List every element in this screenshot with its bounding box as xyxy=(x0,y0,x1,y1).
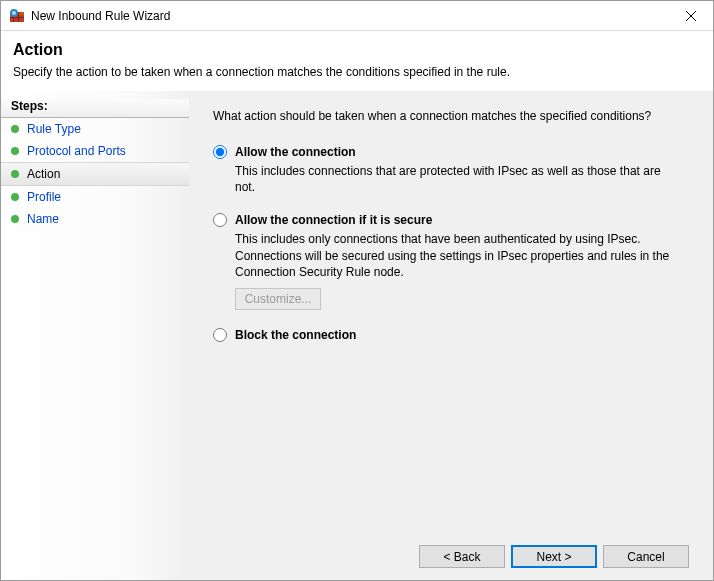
next-button[interactable]: Next > xyxy=(511,545,597,568)
wizard-header: Action Specify the action to be taken wh… xyxy=(1,31,713,91)
content-prompt: What action should be taken when a conne… xyxy=(213,109,689,123)
bullet-icon xyxy=(11,193,19,201)
wizard-footer: < Back Next > Cancel xyxy=(213,533,689,568)
step-label: Name xyxy=(27,212,59,226)
steps-header: Steps: xyxy=(1,99,189,118)
radio-allow-secure[interactable] xyxy=(213,213,227,227)
bullet-icon xyxy=(11,125,19,133)
step-label: Rule Type xyxy=(27,122,81,136)
option-allow-secure-row[interactable]: Allow the connection if it is secure xyxy=(213,213,689,227)
bullet-icon xyxy=(11,147,19,155)
wizard-body: Steps: Rule Type Protocol and Ports Acti… xyxy=(1,91,713,580)
firewall-icon xyxy=(9,8,25,24)
option-allow-row[interactable]: Allow the connection xyxy=(213,145,689,159)
close-button[interactable] xyxy=(669,1,713,31)
option-allow-secure-desc: This includes only connections that have… xyxy=(235,231,675,280)
step-action[interactable]: Action xyxy=(1,162,189,186)
radio-block[interactable] xyxy=(213,328,227,342)
option-allow: Allow the connection This includes conne… xyxy=(213,145,689,195)
titlebar: New Inbound Rule Wizard xyxy=(1,1,713,31)
option-allow-label: Allow the connection xyxy=(235,145,356,159)
option-block-label: Block the connection xyxy=(235,328,356,342)
step-name[interactable]: Name xyxy=(1,208,189,230)
step-protocol-and-ports[interactable]: Protocol and Ports xyxy=(1,140,189,162)
option-block-row[interactable]: Block the connection xyxy=(213,328,689,342)
step-label: Action xyxy=(27,167,60,181)
step-label: Protocol and Ports xyxy=(27,144,126,158)
content-inner: What action should be taken when a conne… xyxy=(213,109,689,533)
page-description: Specify the action to be taken when a co… xyxy=(13,65,701,79)
svg-rect-4 xyxy=(18,12,19,22)
radio-allow[interactable] xyxy=(213,145,227,159)
wizard-window: New Inbound Rule Wizard Action Specify t… xyxy=(0,0,714,581)
page-title: Action xyxy=(13,41,701,59)
content-pane: What action should be taken when a conne… xyxy=(189,91,713,580)
step-rule-type[interactable]: Rule Type xyxy=(1,118,189,140)
window-title: New Inbound Rule Wizard xyxy=(31,9,669,23)
bullet-icon xyxy=(11,170,19,178)
steps-sidebar: Steps: Rule Type Protocol and Ports Acti… xyxy=(1,91,189,580)
option-allow-secure-label: Allow the connection if it is secure xyxy=(235,213,432,227)
bullet-icon xyxy=(11,215,19,223)
svg-rect-2 xyxy=(10,17,24,18)
step-label: Profile xyxy=(27,190,61,204)
option-allow-secure: Allow the connection if it is secure Thi… xyxy=(213,213,689,310)
back-button[interactable]: < Back xyxy=(419,545,505,568)
option-block: Block the connection xyxy=(213,328,689,342)
cancel-button[interactable]: Cancel xyxy=(603,545,689,568)
option-allow-desc: This includes connections that are prote… xyxy=(235,163,675,195)
close-icon xyxy=(686,11,696,21)
step-profile[interactable]: Profile xyxy=(1,186,189,208)
customize-button: Customize... xyxy=(235,288,321,310)
